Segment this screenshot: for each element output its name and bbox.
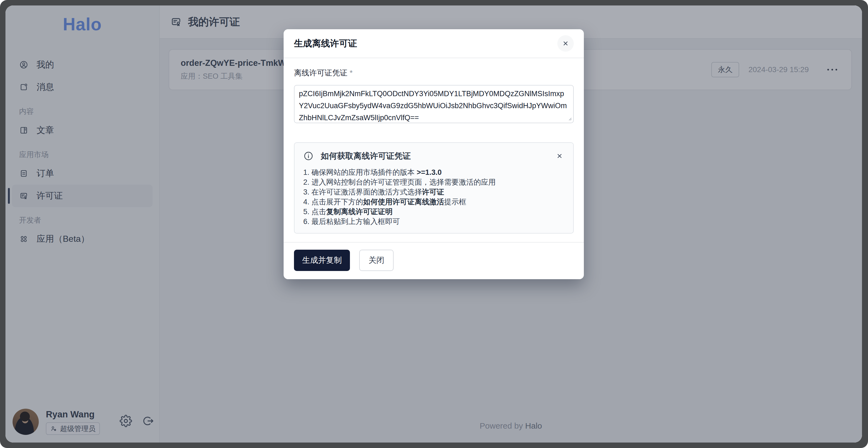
info-panel: 如何获取离线许可证凭证 1. 确保网站的应用市场插件的版本 >=1.3.02. … — [294, 142, 574, 234]
field-label: 离线许可证凭证* — [294, 67, 574, 79]
textarea-wrapper: pZCI6IjBmMjk2NmFkLTQ0ODctNDY3Yi05MDY1LTB… — [294, 85, 574, 123]
modal-footer: 生成并复制 关闭 — [284, 242, 584, 279]
field-label-text: 离线许可证凭证 — [294, 68, 347, 77]
close-button[interactable]: 关闭 — [359, 250, 394, 271]
resize-handle-icon[interactable] — [567, 116, 572, 121]
license-key-textarea[interactable]: pZCI6IjBmMjk2NmFkLTQ0ODctNDY3Yi05MDY1LTB… — [294, 85, 574, 123]
modal-body: 离线许可证凭证* pZCI6IjBmMjk2NmFkLTQ0ODctNDY3Yi… — [284, 58, 584, 242]
instruction-step: 6. 最后粘贴到上方输入框即可 — [303, 217, 565, 227]
modal-header: 生成离线许可证 — [284, 29, 584, 58]
instruction-steps: 1. 确保网站的应用市场插件的版本 >=1.3.02. 进入网站控制台的许可证管… — [303, 168, 565, 227]
info-panel-close-button[interactable] — [554, 151, 565, 161]
close-icon — [562, 40, 569, 47]
instruction-step: 5. 点击复制离线许可证证明 — [303, 207, 565, 217]
generate-offline-license-modal: 生成离线许可证 离线许可证凭证* pZCI6IjBmMjk2NmFkLTQ0OD… — [284, 29, 584, 279]
info-panel-title: 如何获取离线许可证凭证 — [321, 151, 554, 162]
info-panel-header: 如何获取离线许可证凭证 — [303, 150, 565, 162]
instruction-step: 4. 点击展开下方的如何使用许可证离线激活提示框 — [303, 197, 565, 207]
screen: Halo 我的消息内容文章应用市场订单许可证开发者应用（Beta） Ryan W… — [0, 0, 868, 448]
required-mark: * — [350, 68, 353, 77]
instruction-step: 2. 进入网站控制台的许可证管理页面，选择需要激活的应用 — [303, 177, 565, 187]
app-window: Halo 我的消息内容文章应用市场订单许可证开发者应用（Beta） Ryan W… — [5, 5, 862, 443]
instruction-step: 1. 确保网站的应用市场插件的版本 >=1.3.0 — [303, 168, 565, 177]
modal-title: 生成离线许可证 — [294, 37, 357, 50]
close-icon — [556, 152, 563, 159]
generate-and-copy-button[interactable]: 生成并复制 — [294, 250, 350, 271]
instruction-step: 3. 在许可证激活界面的激活方式选择许可证 — [303, 187, 565, 197]
info-icon — [303, 151, 314, 161]
modal-close-button[interactable] — [557, 35, 574, 52]
